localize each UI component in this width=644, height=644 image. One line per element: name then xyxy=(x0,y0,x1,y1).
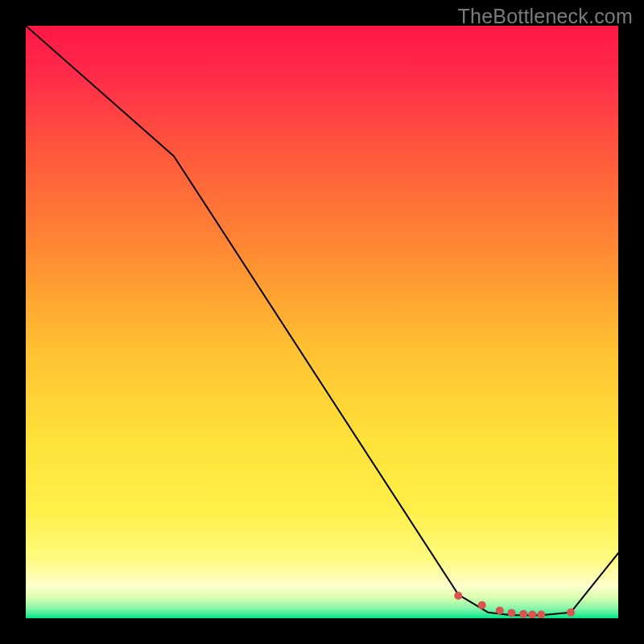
watermark-text: TheBottleneck.com xyxy=(458,5,633,28)
marker-dot xyxy=(508,609,516,617)
marker-dot xyxy=(519,610,527,618)
plot-area xyxy=(26,26,618,618)
marker-dot xyxy=(496,606,504,614)
marker-dot xyxy=(454,592,462,600)
marker-dot xyxy=(478,601,486,609)
gradient-backdrop xyxy=(26,26,618,618)
marker-dot xyxy=(567,609,575,617)
chart-svg xyxy=(26,26,618,618)
chart-frame: TheBottleneck.com xyxy=(0,0,644,644)
